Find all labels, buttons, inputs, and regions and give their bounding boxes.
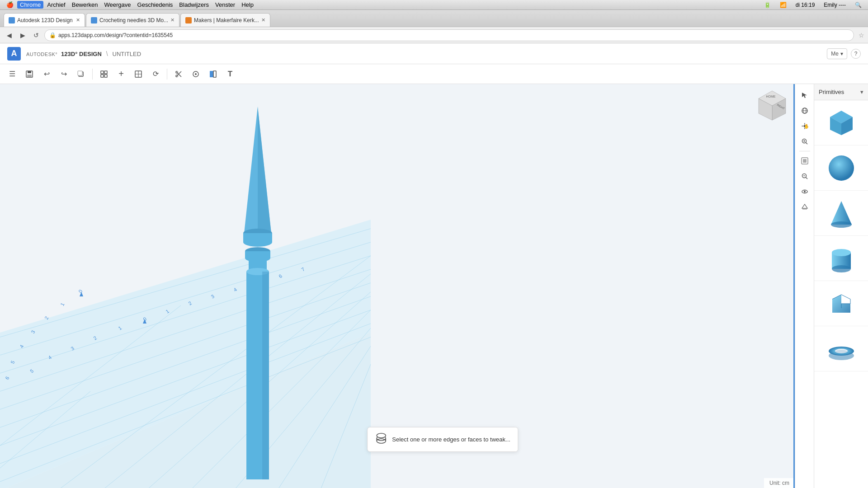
unit-label: Unit: [769,480,781,486]
tab-crocheting[interactable]: Crocheting needles 3D Mo... ✕ [86,13,179,27]
redo-button[interactable]: ↪ [56,66,71,82]
rotate-button[interactable] [188,66,203,82]
archief-menu[interactable]: Archief [44,1,68,9]
toolbar-separator-1 [92,69,93,80]
materials-button[interactable] [798,200,811,214]
main-toolbar: ☰ ↩ ↪ + ⟳ T [0,64,868,84]
geschiedenis-menu[interactable]: Geschiedenis [135,1,176,9]
primitives-title: Primitives [819,89,844,95]
viewport[interactable]: 5 4 3 2 1 0 1 2 3 4 5 6 7 6 5 4 3 2 1 [0,84,795,488]
tab-favicon-crocheting [91,17,97,23]
tab-label-autodesk: Autodesk 123D Design [17,17,74,23]
wifi-icon: 📶 [777,1,789,9]
lock-icon: 🔒 [49,32,56,38]
svg-rect-7 [101,75,104,77]
pan-tool-button[interactable]: ✋ [798,119,811,133]
reload-button[interactable]: ↺ [31,30,42,41]
search-icon[interactable]: 🔍 [852,1,864,9]
back-button[interactable]: ◀ [4,30,14,41]
view-cube-area[interactable]: HOME RIGHT [754,89,790,125]
add-button[interactable]: + [113,66,129,82]
help-menu[interactable]: Help [239,1,256,9]
url-text: apps.123dapp.com/design/?contentid=16355… [58,32,173,38]
me-button[interactable]: Me ▾ [827,48,847,59]
title-separator: \ [106,50,108,57]
svg-point-67 [243,238,272,247]
right-toolbar-separator-1 [799,151,810,151]
user-name: Emily ---- [821,1,849,9]
tooltip-icon [375,432,387,447]
tab-close-crocheting[interactable]: ✕ [170,17,175,23]
chrome-menu[interactable]: Chrome [17,1,43,9]
undo-button[interactable]: ↩ [39,66,54,82]
svg-text:HOME: HOME [766,95,776,98]
bewerken-menu[interactable]: Bewerken [69,1,101,9]
chrome-tab-bar: Autodesk 123D Design ✕ Crocheting needle… [0,10,868,27]
help-button[interactable]: ? [851,49,861,59]
primitive-freeform[interactable] [814,281,868,326]
tooltip-text: Select one or more edges or faces to twe… [392,436,510,443]
me-chevron-icon: ▾ [840,51,843,57]
grid-view-button[interactable] [96,66,112,82]
menu-button[interactable]: ☰ [5,66,20,82]
bookmark-star-icon[interactable]: ☆ [859,32,864,39]
svg-point-112 [832,249,851,256]
svg-line-92 [806,143,807,145]
svg-rect-19 [213,71,216,77]
save-button[interactable] [22,66,37,82]
svg-point-17 [195,73,197,75]
product-name: 123D° DESIGN [61,51,102,57]
tab-autodesk[interactable]: Autodesk 123D Design ✕ [4,13,85,27]
status-bar: Unit: cm [764,478,795,488]
inspect-button[interactable] [798,169,811,183]
brand-name: AUTODESK° [26,52,57,57]
primitive-cylinder[interactable] [814,236,868,281]
svg-rect-96 [803,159,807,163]
svg-point-75 [377,439,386,443]
svg-rect-5 [101,71,104,74]
tab-close-autodesk[interactable]: ✕ [76,17,80,23]
clone-button[interactable] [73,66,89,82]
fit-all-button[interactable] [798,154,811,168]
svg-marker-109 [831,201,852,225]
svg-rect-2 [27,75,32,77]
primitives-panel: Primitives ▾ [814,84,868,488]
me-label: Me [831,51,839,57]
tab-label-crocheting: Crocheting needles 3D Mo... [99,17,168,23]
venster-menu[interactable]: Venster [212,1,238,9]
orbit-tool-button[interactable] [798,104,811,117]
tab-makers[interactable]: Makers | Makerfaire Kerk... ✕ [180,13,270,27]
view-cube[interactable]: HOME RIGHT [754,89,790,125]
viewport-tooltip: Select one or more edges or faces to twe… [367,427,518,452]
bladwijzers-menu[interactable]: Bladwijzers [176,1,212,9]
primitive-cone[interactable] [814,191,868,236]
svg-point-110 [831,221,852,228]
weergave-menu[interactable]: Weergave [102,1,134,9]
primitive-box[interactable] [814,100,868,145]
svg-text:✋: ✋ [803,123,808,129]
svg-rect-4 [78,71,82,75]
app-logo: A [7,47,21,61]
primitives-dropdown-icon[interactable]: ▾ [860,89,863,95]
url-bar[interactable]: 🔒 apps.123dapp.com/design/?contentid=163… [44,29,854,41]
text-button[interactable]: T [222,66,238,82]
svg-point-79 [377,433,386,438]
battery-icon: 🔋 [761,1,774,9]
svg-rect-18 [210,71,213,77]
svg-rect-1 [28,71,31,73]
blue-accent-line [793,84,795,488]
refresh-button[interactable]: ⟳ [148,66,163,82]
primitive-torus[interactable] [814,326,868,371]
cursor-tool-button[interactable] [798,89,811,102]
svg-marker-102 [802,204,807,208]
visibility-button[interactable] [798,185,811,198]
forward-button[interactable]: ▶ [17,30,28,41]
zoom-tool-button[interactable] [798,135,811,148]
primitive-sphere[interactable] [814,145,868,191]
app-header: A AUTODESK° 123D° DESIGN \ UNTITLED Me ▾… [0,43,868,64]
transform-button[interactable] [131,66,146,82]
tab-close-makers[interactable]: ✕ [261,17,265,23]
layers-button[interactable] [205,66,221,82]
apple-menu-icon[interactable]: 🍎 [4,1,16,9]
scissors-button[interactable] [171,66,186,82]
